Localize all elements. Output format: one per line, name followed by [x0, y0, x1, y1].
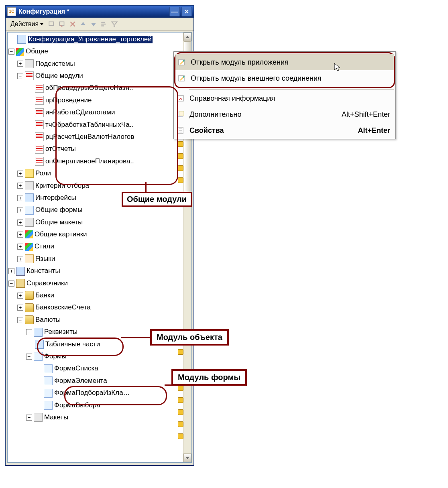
svg-rect-12: [179, 111, 184, 116]
ctx-open-app-module[interactable]: Открыть модуль приложения: [175, 54, 394, 70]
context-menu[interactable]: Открыть модуль приложения Открыть модуль…: [173, 51, 396, 139]
module-icon: [35, 120, 44, 129]
node-form-element[interactable]: ФормаЭлемента: [8, 375, 184, 387]
ctx-open-ext-module[interactable]: Открыть модуль внешнего соединения: [175, 70, 394, 86]
node-catalogs[interactable]: −Справочники: [8, 277, 184, 289]
actions-menu-button[interactable]: Действия: [8, 20, 46, 28]
module-icon: [35, 84, 44, 93]
tool-icon-3[interactable]: [68, 20, 77, 28]
minimize-button[interactable]: —: [169, 7, 180, 16]
node-banks[interactable]: +Банки: [8, 289, 184, 301]
module-item[interactable]: рцРасчетЦенВалютНалогов: [8, 131, 184, 143]
ctx-label: Справочная информация: [189, 94, 275, 103]
node-common-templates[interactable]: +Общие макеты: [8, 216, 184, 228]
module-item[interactable]: прПроведение: [8, 94, 184, 106]
chevron-down-icon: [40, 23, 43, 25]
edit-icon: [176, 73, 187, 83]
form-icon: [44, 364, 53, 373]
node-templates[interactable]: +Макеты: [8, 411, 184, 423]
catalogs-icon: [16, 279, 25, 288]
form-icon: [44, 401, 53, 410]
styles-icon: [25, 243, 33, 251]
svg-rect-1: [59, 22, 64, 25]
move-down-icon[interactable]: [89, 20, 98, 28]
common-pictures-icon: [25, 230, 33, 238]
properties-icon: [175, 126, 186, 135]
subsystems-icon: [25, 59, 34, 68]
node-common[interactable]: − Общие: [8, 45, 184, 57]
tool-icon-1[interactable]: [47, 20, 56, 28]
form-icon: [44, 389, 53, 398]
marker: [178, 409, 183, 415]
node-roles[interactable]: +Роли: [8, 167, 184, 179]
move-up-icon[interactable]: [79, 20, 88, 28]
node-interfaces[interactable]: +Интерфейсы: [8, 192, 184, 204]
module-item[interactable]: опОперативноеПланирова..: [8, 155, 184, 167]
additional-icon: [175, 110, 186, 119]
tree-root[interactable]: Конфигурация_Управление_торговлей: [8, 33, 184, 45]
scroll-down-button[interactable]: [183, 453, 191, 462]
sort-icon[interactable]: [100, 20, 108, 28]
ctx-help[interactable]: Справочная информация: [174, 90, 395, 106]
tree-panel: Конфигурация_Управление_торговлей − Общи…: [7, 32, 192, 463]
title-bar[interactable]: 1C Конфигурация * — ×: [6, 6, 193, 18]
toolbar: Действия: [6, 18, 193, 31]
callout-leader: [165, 384, 172, 386]
root-label: Конфигурация_Управление_торговлей: [28, 36, 153, 43]
node-styles[interactable]: +Стили: [8, 241, 184, 253]
module-item[interactable]: тчОбработкаТабличныхЧа..: [8, 119, 184, 131]
tool-icon-2[interactable]: [58, 20, 67, 28]
module-item[interactable]: обПроцедурыОбщегоНазн..: [8, 82, 184, 94]
node-bank-accounts[interactable]: +БанковскиеСчета: [8, 302, 184, 314]
requisites-icon: [34, 328, 43, 337]
expander-plus[interactable]: +: [17, 61, 23, 67]
node-common-forms[interactable]: +Общие формы: [8, 204, 184, 216]
ctx-label: Дополнительно: [189, 110, 242, 119]
ctx-properties[interactable]: Свойства Alt+Enter: [174, 122, 395, 138]
expander-minus[interactable]: −: [8, 49, 14, 55]
node-currencies[interactable]: −Валюты: [8, 314, 184, 326]
node-form-list[interactable]: ФормаСписка: [8, 363, 184, 375]
ctx-label: Открыть модуль приложения: [191, 58, 289, 67]
configurator-window: 1C Конфигурация * — × Действия Конфигура…: [5, 5, 194, 466]
svg-rect-6: [101, 24, 106, 24]
node-criteria[interactable]: +Критерии отбора: [8, 180, 184, 192]
constants-icon: [16, 267, 25, 276]
close-button[interactable]: ×: [181, 7, 192, 16]
marker: [178, 165, 183, 171]
node-form-choice[interactable]: ФормаВыбора: [8, 399, 184, 411]
node-forms[interactable]: −Формы: [8, 350, 184, 362]
common-icon: [16, 48, 24, 56]
module-icon: [35, 157, 44, 166]
node-subsystems[interactable]: + Подсистемы: [8, 58, 184, 70]
marker: [178, 153, 183, 159]
folder-icon: [25, 291, 34, 300]
ctx-label: Свойства: [189, 126, 224, 135]
module-item[interactable]: отОтчеты: [8, 143, 184, 155]
window-title: Конфигурация *: [18, 8, 69, 15]
forms-icon: [34, 352, 43, 361]
node-requisites[interactable]: +Реквизиты: [8, 326, 184, 338]
node-common-modules[interactable]: − Общие модули: [8, 70, 184, 82]
callout-leader: [145, 182, 147, 207]
module-icon: [35, 96, 44, 105]
ctx-shortcut: Alt+Shift+Enter: [332, 110, 390, 119]
node-common-pictures[interactable]: +Общие картинки: [8, 228, 184, 240]
module-icon: [35, 145, 44, 154]
scroll-up-button[interactable]: [183, 33, 191, 41]
ctx-separator: [189, 89, 394, 89]
svg-rect-7: [101, 25, 104, 26]
node-form-pick[interactable]: ФормаПодбораИзКла…: [8, 387, 184, 399]
marker: [178, 397, 183, 403]
expander-minus[interactable]: −: [17, 73, 23, 79]
ctx-label: Открыть модуль внешнего соединения: [191, 74, 322, 83]
folder-icon: [25, 303, 34, 312]
ctx-additional[interactable]: Дополнительно Alt+Shift+Enter: [174, 106, 395, 122]
criteria-icon: [25, 181, 34, 190]
module-item[interactable]: инРаботаСДиалогами: [8, 106, 184, 118]
filter-icon[interactable]: [110, 20, 119, 28]
node-languages[interactable]: +Языки: [8, 253, 184, 265]
configuration-tree[interactable]: Конфигурация_Управление_торговлей − Общи…: [8, 33, 184, 425]
node-tab-parts[interactable]: Табличные части: [8, 338, 184, 350]
node-constants[interactable]: +Константы: [8, 265, 184, 277]
